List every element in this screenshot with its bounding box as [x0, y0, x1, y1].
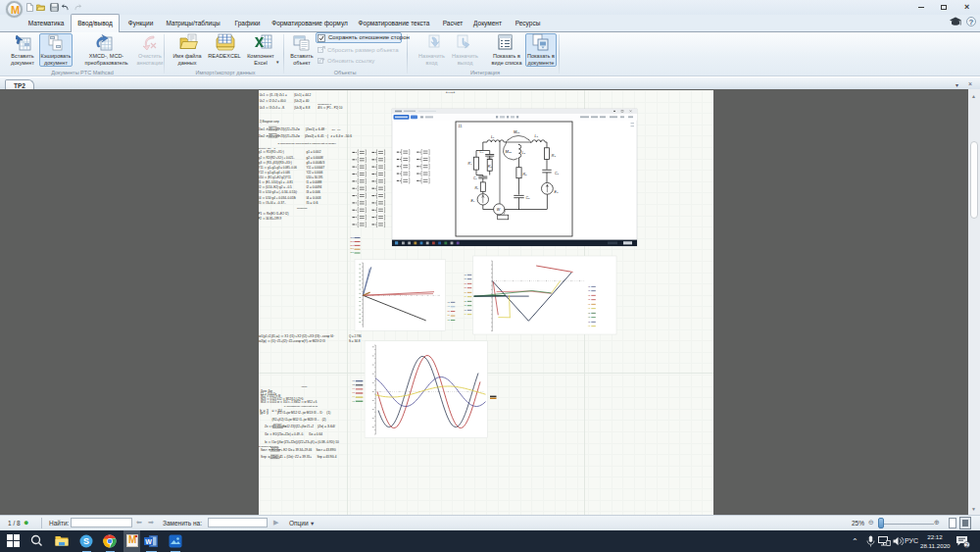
svg-text:2: 2: [965, 542, 968, 548]
svg-text:W: W: [145, 538, 152, 545]
svg-text:S: S: [83, 536, 89, 546]
